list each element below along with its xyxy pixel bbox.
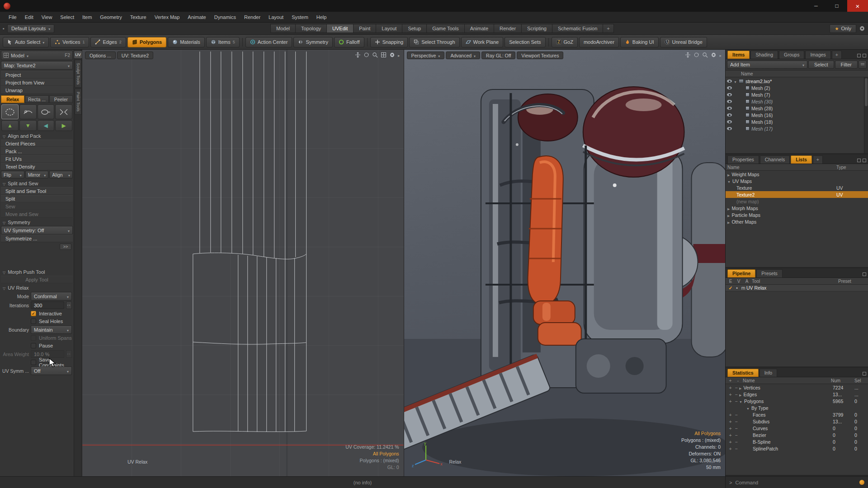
expand-icon[interactable] [739,385,741,390]
command-input[interactable]: Command [735,480,758,485]
remove-from-selection-icon[interactable] [735,385,737,390]
pan-icon[interactable] [355,52,361,58]
unreal-bridge-button[interactable]: U Unreal Bridge [660,37,707,47]
list-row-uv-maps[interactable]: UV Maps [726,178,868,184]
split-and-sew-tool-button[interactable]: Split and Sew Tool [1,187,73,195]
panel-popout-icon[interactable] [857,54,861,57]
side-tab-uv[interactable]: UV [74,51,82,59]
baking-ui-button[interactable]: Baking UI [620,37,659,47]
list-row-texture[interactable]: TextureUV [726,184,868,191]
symmetry-dropdown[interactable]: Symmetry [293,37,333,47]
orient-pieces-button[interactable]: Orient Pieces [1,140,73,147]
pause-checkbox[interactable] [31,343,36,348]
align-dropdown[interactable]: Align [49,171,73,178]
vertices-mode-button[interactable]: Vertices 1 [50,37,89,47]
visibility-eye-icon[interactable] [727,107,732,110]
stats-row-b-spline[interactable]: B-Spline00 [726,438,868,445]
iterations-stepper[interactable] [66,301,72,309]
falloff-dropdown[interactable]: Falloff [334,37,364,47]
snapping-button[interactable]: Snapping [370,37,408,47]
tab-schematic-fusion[interactable]: Schematic Fusion [552,24,603,33]
list-options-button[interactable] [859,61,867,69]
list-row-other-maps[interactable]: Other Maps [726,218,868,225]
select-through-button[interactable]: Select Through [409,37,459,47]
boundary-dropdown[interactable]: Maintain [31,325,72,334]
mesh-item-row[interactable]: Mesh (2) [726,84,868,91]
pan-icon[interactable] [685,52,691,58]
texel-density-button[interactable]: Texel Density [1,163,73,170]
add-to-selection-icon[interactable] [729,392,731,397]
tab-channels[interactable]: Channels [760,155,790,164]
stats-row-subdivs[interactable]: Subdivs13...0 [726,418,868,425]
visibility-eye-icon[interactable] [727,80,732,83]
polygons-mode-button[interactable]: Polygons [127,37,167,47]
menu-edit[interactable]: Edit [21,13,38,22]
viewport-textures-toggle[interactable]: Viewport Textures [517,52,563,59]
filter-button[interactable]: Filter [835,61,858,69]
select-button[interactable]: Select [808,61,834,69]
list-row-particle-maps[interactable]: Particle Maps [726,211,868,218]
items-mode-button[interactable]: Items 5 [206,37,240,47]
uv-map-tab[interactable]: UV: Texture2 [117,52,153,59]
menu-view[interactable]: View [38,13,57,22]
remove-from-selection-icon[interactable] [735,446,737,451]
menu-layout[interactable]: Layout [264,13,288,22]
menu-select[interactable]: Select [56,13,78,22]
add-to-selection-icon[interactable] [729,412,731,418]
tab-items[interactable]: Items [727,51,750,59]
seal-holes-checkbox-row[interactable]: Seal Holes [1,317,73,325]
tab-layout[interactable]: Layout [376,24,402,33]
section-morph-push-tool[interactable]: Morph Push Tool [1,267,73,276]
tab-uvedit[interactable]: UVEdit [326,24,353,33]
history-icon[interactable] [859,480,864,485]
expand-icon[interactable] [727,219,730,225]
orbit-icon[interactable] [693,52,699,58]
add-to-selection-icon[interactable] [729,419,731,424]
visibility-eye-icon[interactable] [727,120,732,123]
interactive-checkbox[interactable] [31,311,36,316]
stats-row-splinepatch[interactable]: SplinePatch00 [726,445,868,452]
move-down-button[interactable] [19,120,37,131]
stats-row-vertices[interactable]: Vertices7224... [726,384,868,391]
visibility-eye-icon[interactable] [727,100,732,103]
uv-pinch-tool-button[interactable] [55,104,72,119]
tab-render[interactable]: Render [494,24,521,33]
layout-preset-selector[interactable]: Default Layouts [7,24,54,33]
add-to-selection-icon[interactable] [729,439,731,445]
zoom-icon[interactable] [372,52,378,58]
maximize-button[interactable] [826,0,847,12]
list-row-texture2-selected[interactable]: Texture2UV [726,191,868,198]
uv-map-selector[interactable]: Map: Texture2 [1,61,73,70]
visibility-eye-icon[interactable] [727,86,732,89]
unwrap-button[interactable]: Unwrap [1,86,73,94]
mode-dropdown[interactable]: Conformal [31,292,72,300]
expand-icon[interactable] [739,392,741,397]
uv-relax-tool-button[interactable] [1,104,19,119]
stats-row-faces[interactable]: Faces37990 [726,411,868,418]
tab-presets[interactable]: Presets [756,269,783,277]
remove-from-selection-icon[interactable] [735,432,737,438]
pipeline-row-uv-relax[interactable]: m UV Relax [726,285,868,291]
menu-dynamics[interactable]: Dynamics [210,13,240,22]
work-plane-dropdown[interactable]: Work Plane [461,37,504,47]
list-row-weight-maps[interactable]: Weight Maps [726,171,868,178]
move-right-button[interactable] [55,120,72,131]
orbit-icon[interactable] [363,52,369,58]
flip-dropdown[interactable]: Flip [1,171,24,178]
remove-from-selection-icon[interactable] [735,439,737,445]
add-panel-tab-button[interactable]: + [832,51,842,59]
tab-relax[interactable]: Relax [1,95,24,103]
section-align-and-pack[interactable]: Align and Pack [1,131,73,140]
menu-system[interactable]: System [288,13,312,22]
modo-archiver-button[interactable]: modoArchiver [579,37,619,47]
raygl-toggle[interactable]: Ray GL: Off [481,52,515,59]
add-to-selection-icon[interactable] [729,432,731,438]
list-row-new-map[interactable]: (new map) [726,198,868,205]
mesh-item-row[interactable]: Mesh (18) [726,118,868,125]
uv-editor-viewport[interactable]: Options ... UV: Texture2 UV Relax UV Cov… [82,50,404,476]
expand-icon[interactable] [727,212,730,218]
visibility-eye-icon[interactable] [727,113,732,117]
enabled-check-icon[interactable] [729,285,733,291]
tab-paint[interactable]: Paint [353,24,376,33]
tab-info[interactable]: Info [760,369,778,377]
